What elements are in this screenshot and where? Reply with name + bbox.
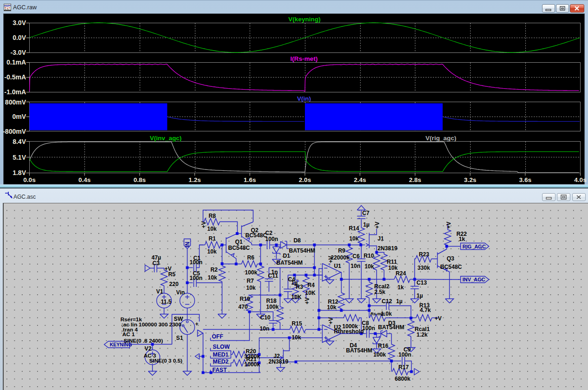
svg-text:+V: +V — [200, 221, 207, 228]
svg-text:+V: +V — [435, 315, 442, 322]
svg-text:V(inv_agc): V(inv_agc) — [150, 135, 182, 142]
svg-text:2N3819: 2N3819 — [378, 245, 398, 252]
svg-text:R11: R11 — [387, 259, 397, 265]
svg-text:0.0s: 0.0s — [23, 176, 35, 183]
svg-text:1.8V: 1.8V — [13, 169, 26, 176]
svg-text:0.4s: 0.4s — [78, 176, 90, 183]
svg-text:D1: D1 — [283, 253, 291, 259]
svg-text:SINE(0 3 0.5): SINE(0 3 0.5) — [149, 358, 183, 364]
svg-text:100n: 100n — [190, 275, 203, 281]
svg-text:V(keyning): V(keyning) — [288, 16, 321, 23]
svg-text:R9: R9 — [338, 247, 346, 254]
svg-text:4.7k: 4.7k — [420, 307, 431, 313]
svg-text:I(Rs-met): I(Rs-met) — [291, 55, 318, 62]
svg-text:R23: R23 — [419, 251, 430, 258]
svg-text:0.8s: 0.8s — [134, 176, 146, 183]
svg-text:-3.0V: -3.0V — [11, 49, 26, 56]
svg-text:100n: 100n — [362, 325, 375, 332]
svg-text:C10: C10 — [260, 314, 271, 321]
svg-text:R1: R1 — [209, 235, 216, 242]
svg-text:10k: 10k — [246, 285, 256, 291]
svg-text:R6: R6 — [247, 254, 255, 261]
svg-text:10n: 10n — [260, 325, 270, 332]
svg-text:6800k: 6800k — [395, 376, 411, 382]
svg-text:100k: 100k — [266, 304, 279, 310]
svg-text:Vin: Vin — [176, 289, 185, 296]
svg-text:+V: +V — [374, 221, 381, 228]
svg-text:10k: 10k — [365, 263, 375, 270]
svg-text:3.2s: 3.2s — [464, 176, 476, 183]
svg-text:1000k: 1000k — [245, 361, 260, 368]
svg-text:BC548C: BC548C — [246, 232, 267, 239]
svg-text:8.4V: 8.4V — [13, 138, 26, 145]
svg-text:1k: 1k — [459, 236, 465, 242]
svg-text:FAST: FAST — [213, 367, 227, 373]
svg-text:U1: U1 — [334, 263, 342, 269]
svg-text:100n: 100n — [190, 259, 203, 266]
svg-text:+V: +V — [446, 221, 452, 228]
svg-text:C3: C3 — [153, 260, 160, 266]
svg-text:800mV: 800mV — [5, 98, 26, 106]
svg-text:Q1: Q1 — [235, 239, 243, 245]
svg-text:BAT54HM: BAT54HM — [346, 347, 373, 354]
svg-text:3.6s: 3.6s — [519, 176, 531, 183]
svg-text:220: 220 — [169, 281, 179, 287]
svg-text:22000k: 22000k — [331, 254, 350, 261]
svg-text:IN: IN — [184, 242, 191, 247]
svg-text:C2: C2 — [265, 230, 273, 236]
svg-text:R5: R5 — [168, 271, 176, 278]
svg-text:-1.0mA: -1.0mA — [4, 88, 26, 96]
svg-text:C12: C12 — [382, 298, 393, 305]
svg-text:R4: R4 — [308, 282, 315, 288]
svg-text:+V: +V — [304, 297, 310, 304]
svg-text:10k: 10k — [207, 248, 217, 255]
svg-text:R15: R15 — [292, 320, 303, 327]
svg-text:V2: V2 — [145, 345, 152, 352]
svg-text:2.5k: 2.5k — [375, 289, 386, 295]
svg-text:1µ: 1µ — [417, 292, 423, 299]
svg-text:+V: +V — [328, 317, 334, 324]
svg-text:RIG_AGC: RIG_AGC — [463, 244, 486, 249]
svg-text:0.0V: 0.0V — [13, 34, 26, 41]
svg-text:-800mV: -800mV — [3, 128, 26, 135]
svg-text:+: + — [195, 321, 199, 327]
svg-text:2.8s: 2.8s — [409, 176, 421, 183]
svg-text:S1: S1 — [176, 335, 183, 341]
svg-text:C13: C13 — [417, 280, 427, 286]
svg-text:100n: 100n — [399, 351, 412, 358]
svg-text:1.0k: 1.0k — [381, 311, 392, 317]
svg-text:R24: R24 — [396, 270, 407, 277]
svg-text:C7: C7 — [362, 210, 370, 216]
svg-text:11.5: 11.5 — [161, 299, 172, 305]
svg-text:Q3: Q3 — [447, 255, 454, 262]
svg-text:10k: 10k — [327, 304, 337, 311]
svg-text:SLOW: SLOW — [213, 344, 230, 350]
svg-text:OFF: OFF — [212, 333, 223, 340]
svg-text:R14: R14 — [349, 225, 360, 232]
svg-text:C6: C6 — [353, 253, 360, 260]
svg-text:SINE(0 .8 2400): SINE(0 .8 2400) — [124, 338, 163, 344]
svg-text:MED1: MED1 — [213, 351, 229, 358]
svg-text:BAT54HM: BAT54HM — [277, 260, 303, 266]
svg-text:R19: R19 — [240, 296, 251, 302]
svg-text:BAT54HM: BAT54HM — [378, 324, 405, 331]
svg-text:1.2k: 1.2k — [417, 332, 428, 338]
svg-text:R16: R16 — [378, 343, 389, 349]
svg-text:10k: 10k — [207, 226, 217, 232]
svg-text:100n: 100n — [265, 236, 278, 242]
svg-text:10k: 10k — [292, 334, 302, 341]
svg-text:BAT54HM: BAT54HM — [289, 247, 316, 254]
svg-text:BC548C: BC548C — [228, 245, 250, 251]
svg-text:5.1V: 5.1V — [13, 154, 26, 161]
svg-text:D8: D8 — [294, 237, 301, 244]
svg-text:AC 1: AC 1 — [123, 331, 135, 338]
svg-text:2N3819: 2N3819 — [269, 358, 289, 365]
svg-text:1µ: 1µ — [363, 221, 370, 228]
svg-text:-0.5mA: -0.5mA — [4, 73, 26, 81]
svg-text:3.0V: 3.0V — [13, 19, 26, 26]
svg-text:MED2: MED2 — [213, 358, 229, 365]
svg-text:Rthreshold: Rthreshold — [334, 328, 364, 335]
svg-text:R10: R10 — [364, 253, 375, 259]
svg-text:1.2s: 1.2s — [188, 176, 200, 183]
svg-text:10K: 10K — [305, 290, 316, 296]
